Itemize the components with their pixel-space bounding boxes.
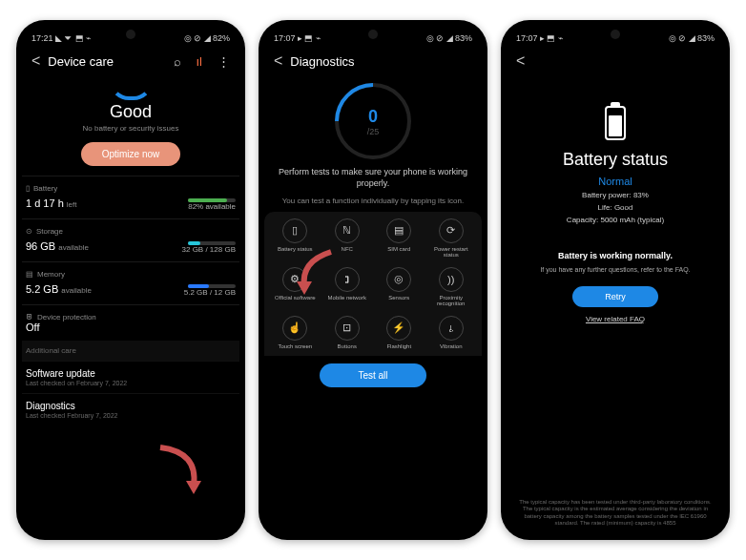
header: < Device care ⌕ ıl ⋮ [22,45,239,77]
diagnostic-item-official-software[interactable]: ⚙Official software [270,264,321,309]
hint-text: You can test a function individually by … [278,197,468,206]
header: < Diagnostics [264,45,482,77]
memory-section[interactable]: ▤Memory 5.2 GB available 5.2 GB / 12 GB [22,261,239,304]
diagnostics-item[interactable]: Diagnostics Last checked February 7, 202… [22,393,239,425]
back-icon[interactable]: < [31,52,40,70]
diagnostic-item-proximity-recognition[interactable]: ))Proximity recognition [426,264,477,309]
diagnostic-item-touch-screen[interactable]: ☝Touch screen [270,313,321,352]
phone-device-care: 17:21◣ ⏷ ⬒ ⌁ ◎ ⊘ ◢82% < Device care ⌕ ıl… [16,20,245,540]
battery-section[interactable]: ▯Battery 1 d 17 h left 82% available [22,176,239,218]
retry-button[interactable]: Retry [572,286,658,307]
working-message: Battery is working normally. [507,251,724,260]
battery-icon: ▯ [26,184,30,193]
progress-ring: 0 /25 [335,83,411,159]
description: Perform tests to make sure your phone is… [278,167,468,189]
battery-life: Life: Good [507,203,724,212]
storage-icon: ⊙ [26,227,32,236]
diagnostic-item-vibration[interactable]: ⫰Vibration [426,313,477,352]
protection-section[interactable]: ⛨Device protection Off [22,304,239,341]
status-subtitle: No battery or security issues [22,124,239,133]
more-icon[interactable]: ⋮ [218,54,230,69]
camera-notch [368,30,378,39]
header: < [507,45,724,77]
page-title: Diagnostics [290,54,472,69]
search-icon[interactable]: ⌕ [174,54,181,69]
bars-icon[interactable]: ıl [197,54,203,69]
diagnostic-item-flashlight[interactable]: ⚡Flashlight [374,313,425,352]
diagnostic-item-power-restart-status[interactable]: ⟳Power restart status [426,216,477,260]
nfc-icon: ℕ [335,218,360,243]
mobile-network-icon: 🕽 [335,267,360,292]
status-badge: Normal [507,176,724,187]
annotation-arrow-icon [155,443,213,500]
sim-card-icon: ▤ [386,218,411,243]
optimize-button[interactable]: Optimize now [81,142,181,166]
additional-care-label: Additional care [22,341,239,361]
status-good: Good [22,102,239,122]
svg-marker-0 [186,481,201,494]
phone-battery-status: 17:07▸ ⬒ ⌁ ◎ ⊘ ◢83% < Battery status Nor… [501,20,730,540]
vibration-icon: ⫰ [439,316,464,341]
battery-icon [605,106,626,140]
back-icon[interactable]: < [516,52,525,70]
faq-note: If you have any further questions, refer… [507,266,724,273]
buttons-icon: ⊡ [335,316,360,341]
diagnostic-item-nfc[interactable]: ℕNFC [322,216,373,260]
page-title: Battery status [507,150,724,170]
software-update-item[interactable]: Software update Last checked on February… [22,361,239,393]
battery-status-icon: ▯ [282,218,307,243]
official-software-icon: ⚙ [282,267,307,292]
camera-notch [126,30,135,39]
fine-print: The typical capacity has been tested und… [516,499,715,527]
battery-capacity: Capacity: 5000 mAh (typical) [507,216,724,224]
page-title: Device care [48,54,157,69]
shield-icon: ⛨ [26,313,33,321]
touch-screen-icon: ☝ [282,316,307,341]
power-restart-status-icon: ⟳ [439,218,464,243]
flashlight-icon: ⚡ [386,316,411,341]
faq-link[interactable]: View related FAQ [507,315,724,323]
diagnostic-item-sim-card[interactable]: ▤SIM card [374,216,425,260]
proximity-recognition-icon: )) [439,267,464,292]
storage-section[interactable]: ⊙Storage 96 GB available 32 GB / 128 GB [22,218,239,261]
diagnostic-item-mobile-network[interactable]: 🕽Mobile network [322,264,373,309]
memory-icon: ▤ [26,270,33,279]
sensors-icon: ◎ [386,267,411,292]
diagnostic-item-battery-status[interactable]: ▯Battery status [270,216,321,260]
status-arc-icon [110,81,153,100]
battery-power: Battery power: 83% [507,191,724,199]
diagnostic-item-sensors[interactable]: ◎Sensors [374,264,425,309]
test-all-button[interactable]: Test all [320,363,425,387]
back-icon[interactable]: < [274,52,282,70]
diagnostic-item-buttons[interactable]: ⊡Buttons [322,313,373,352]
camera-notch [611,30,620,39]
diagnostics-grid: ▯Battery statusℕNFC▤SIM card⟳Power resta… [264,212,482,356]
phone-diagnostics: 17:07▸ ⬒ ⌁ ◎ ⊘ ◢83% < Diagnostics 0 /25 … [259,20,487,540]
